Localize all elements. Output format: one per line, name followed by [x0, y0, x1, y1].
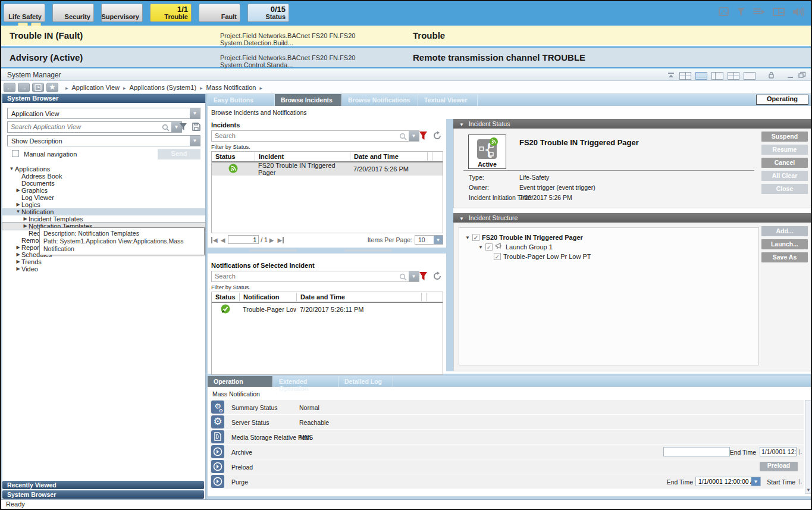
launch-button[interactable]: Launch... — [761, 239, 808, 249]
incident-row[interactable]: FS20 Trouble IN Triggered Pager 7/20/201… — [212, 162, 443, 176]
archive-end-time-input[interactable]: 1/1/0001 12:0 — [760, 447, 797, 456]
collapse-arrow-icon[interactable]: ▶ — [15, 251, 21, 258]
archive-row[interactable]: Archive End Time 1/1/0001 12:0 |, — [210, 445, 804, 459]
server-status-row[interactable]: ⚙ Server Status Reachable — [210, 415, 804, 429]
recently-viewed-bar[interactable]: Recently Viewed — [2, 481, 204, 489]
filter-icon[interactable] — [179, 123, 187, 133]
tab-detailed-log[interactable]: Detailed Log — [338, 376, 393, 387]
tree-item[interactable]: ▶Video — [2, 265, 205, 273]
chevron-down-icon[interactable]: ▼ — [409, 271, 419, 281]
save-as-button[interactable]: Save As — [761, 252, 808, 262]
tree-item-notification[interactable]: ▼Notification — [2, 208, 205, 215]
system-browser-bar[interactable]: System Browser — [2, 490, 204, 499]
expand-arrow-icon[interactable]: ▼ — [478, 245, 483, 250]
layout-4pane-icon[interactable] — [679, 72, 691, 80]
preload-button[interactable]: Preload — [760, 462, 798, 471]
layout-split-icon[interactable] — [711, 72, 723, 80]
next-page-icon[interactable]: ▶ — [269, 237, 274, 243]
structure-item-launch-group[interactable]: ▼ ✓ Launch Group 1 — [465, 242, 758, 252]
report-icon[interactable] — [719, 7, 729, 17]
chevron-down-icon[interactable]: ▼ — [190, 136, 200, 146]
tab-operation[interactable]: Operation — [208, 376, 273, 387]
collapse-arrow-icon[interactable]: ▶ — [15, 265, 21, 273]
layout-grid-icon[interactable] — [728, 72, 739, 80]
scrollbar[interactable]: ▼ — [805, 400, 811, 494]
notification-row[interactable]: Trouble-Pager Low Pr 7/20/2017 5:26:11 P… — [212, 303, 443, 316]
forward-button[interactable]: → — [18, 83, 30, 92]
last-page-icon[interactable]: ▶ — [277, 237, 284, 243]
datetime-picker-handle[interactable]: |, — [798, 478, 802, 484]
view-select[interactable]: Application View ▼ — [7, 108, 200, 119]
all-clear-button[interactable]: All Clear — [761, 171, 808, 181]
items-per-page-select[interactable]: 10▼ — [415, 235, 443, 245]
collapse-arrow-icon[interactable]: ▶ — [22, 215, 29, 223]
trouble-button[interactable]: 1/1 Trouble — [150, 4, 192, 22]
notifications-table-header[interactable]: Status Notification Date and Time — [212, 292, 443, 303]
breadcrumb-item[interactable]: Application View — [72, 84, 120, 91]
description-select[interactable]: Show Description ▼ — [7, 135, 200, 146]
tree-item[interactable]: Address Book — [2, 173, 205, 180]
purge-end-time-select[interactable]: 1/1/0001 12:00:00 AM▼ — [695, 477, 761, 486]
tab-browse-incidents[interactable]: Browse Incidents — [275, 94, 342, 106]
status-button[interactable]: 0/15 Status — [247, 4, 289, 22]
preload-row[interactable]: Preload Preload — [210, 459, 804, 474]
event-list-icon[interactable] — [753, 7, 766, 17]
operating-mode-button[interactable]: Operating — [756, 95, 808, 105]
minimize-icon[interactable] — [787, 70, 794, 81]
suspend-button[interactable]: Suspend — [761, 132, 808, 142]
media-storage-row[interactable]: Media Storage Relative Path MNS — [210, 430, 804, 444]
datetime-picker-handle[interactable]: |, — [798, 449, 802, 455]
tab-easy-buttons[interactable]: Easy Buttons — [208, 94, 275, 106]
alert-row-trouble[interactable]: Trouble IN (Fault) Project.Field Network… — [1, 26, 811, 46]
layout-single-icon[interactable] — [695, 72, 707, 80]
collapse-icon[interactable] — [667, 70, 675, 81]
structure-item-notification[interactable]: ✓ Trouble-Pager Low Pr Low PT — [465, 252, 758, 261]
scroll-down-icon[interactable]: ▼ — [806, 487, 811, 493]
filter-active-icon[interactable] — [419, 131, 428, 143]
refresh-icon[interactable] — [432, 131, 442, 143]
incident-status-header[interactable]: ▼Incident Status — [453, 119, 812, 129]
chevron-down-icon[interactable]: ▼ — [190, 108, 200, 118]
tree-item[interactable]: Log Viewer — [2, 194, 205, 201]
manual-navigation-checkbox[interactable] — [12, 150, 19, 157]
incidents-search-input[interactable] — [215, 132, 393, 139]
save-icon[interactable] — [192, 123, 200, 133]
horizontal-splitter[interactable] — [208, 248, 447, 254]
chevron-down-icon[interactable]: ▼ — [409, 131, 419, 141]
add-button[interactable]: Add... — [761, 226, 808, 236]
archive-input[interactable] — [663, 447, 730, 456]
tab-textual-viewer[interactable]: Textual Viewer — [418, 94, 478, 106]
filter-icon[interactable] — [736, 7, 745, 17]
tab-browse-notifications[interactable]: Browse Notifications — [342, 94, 418, 106]
tree-item[interactable]: Documents — [2, 180, 205, 187]
life-safety-button[interactable]: Life Safety — [4, 4, 45, 22]
breadcrumb-item[interactable]: Mass Notification — [206, 84, 256, 91]
layout-icon[interactable] — [773, 7, 785, 17]
alert-row-advisory[interactable]: Advisory (Active) Project.Field Networks… — [1, 48, 811, 67]
expand-arrow-icon[interactable]: ▼ — [15, 208, 21, 215]
filter-active-icon[interactable] — [419, 271, 428, 283]
security-button[interactable]: Security — [52, 4, 94, 22]
tree-item[interactable]: ▶Graphics — [2, 187, 205, 194]
prev-page-icon[interactable]: ◀ — [221, 237, 225, 243]
search-input[interactable] — [11, 123, 153, 130]
lock-icon[interactable] — [768, 70, 775, 81]
favorites-star-button[interactable]: ★ — [46, 83, 58, 92]
expand-arrow-icon[interactable]: ▼ — [465, 235, 470, 240]
first-page-icon[interactable]: ◀ — [211, 237, 218, 243]
speaker-icon[interactable] — [792, 7, 805, 17]
incidents-table-header[interactable]: Status Incident Date and Time — [212, 152, 443, 162]
back-button[interactable]: ← — [4, 83, 15, 92]
expand-arrow-icon[interactable]: ▼ — [459, 216, 464, 221]
history-button[interactable] — [32, 83, 44, 92]
tab-extended-operation[interactable]: Extended Operation — [273, 376, 338, 387]
expand-arrow-icon[interactable]: ▼ — [459, 122, 464, 127]
cancel-button[interactable]: Cancel — [761, 158, 808, 168]
incidents-page-input[interactable] — [228, 235, 259, 244]
breadcrumb-item[interactable]: Applications (System1) — [130, 84, 197, 91]
send-button[interactable]: Send — [158, 149, 200, 159]
collapse-arrow-icon[interactable]: ▶ — [15, 244, 21, 251]
fault-button[interactable]: Fault — [199, 4, 240, 22]
incident-structure-header[interactable]: ▼Incident Structure — [453, 213, 812, 223]
collapse-arrow-icon[interactable]: ▶ — [15, 187, 21, 194]
